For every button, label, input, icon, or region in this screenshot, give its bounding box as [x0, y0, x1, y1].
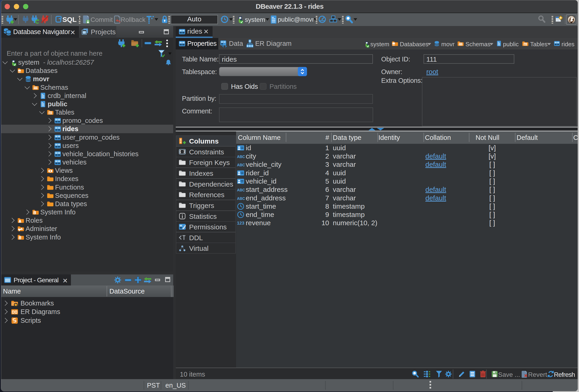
svg-text:ABC: ABC — [237, 155, 245, 159]
svg-text:ABC: ABC — [237, 188, 245, 192]
svg-text:ABC: ABC — [237, 197, 245, 201]
svg-text:ABC: ABC — [237, 163, 245, 167]
svg-text:123: 123 — [237, 221, 244, 225]
